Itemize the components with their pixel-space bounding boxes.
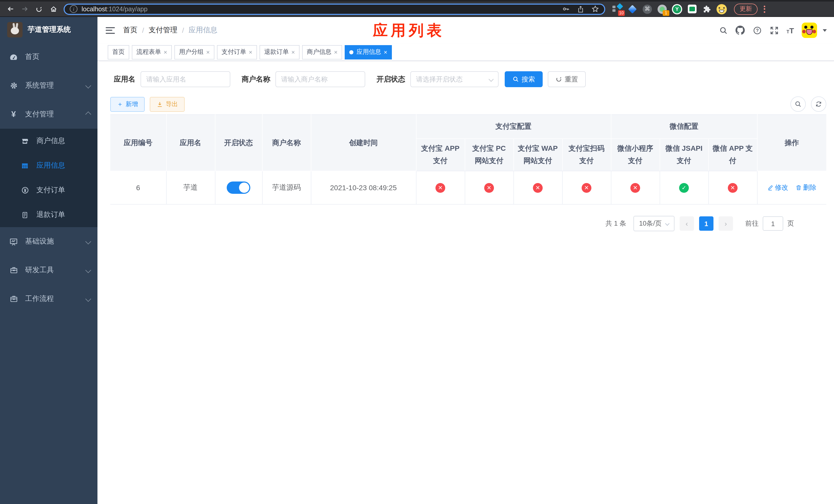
app-name-input[interactable] <box>140 71 230 87</box>
col-wechat-app: 微信 APP 支付 <box>708 139 757 171</box>
kite-extension-icon[interactable] <box>627 4 638 14</box>
sidebar-item-dev-tools[interactable]: 研发工具 <box>0 256 97 284</box>
app-table: 应用编号 应用名 开启状态 商户名称 创建时间 支付宝配置 微信配置 操作 支付… <box>110 114 826 205</box>
sidebar-item-pay-order[interactable]: 支付订单 <box>0 178 97 203</box>
font-size-icon[interactable]: TT <box>787 26 794 35</box>
svg-text:?: ? <box>756 28 759 33</box>
app-title: 芋道管理系统 <box>28 25 71 35</box>
tab-home[interactable]: 首页 <box>108 45 129 59</box>
page-size-select[interactable]: 10条/页 <box>633 216 675 231</box>
cell-alipay-qr: ✕ <box>562 171 611 204</box>
help-icon[interactable]: ? <box>753 26 762 35</box>
chevron-down-icon <box>488 77 494 82</box>
user-avatar[interactable] <box>802 23 817 38</box>
cell-wechat-app: ✕ <box>708 171 757 204</box>
col-group-alipay: 支付宝配置 <box>416 115 611 139</box>
toggle-search-button[interactable] <box>790 96 806 112</box>
add-button[interactable]: ＋ 新增 <box>110 97 145 112</box>
export-button[interactable]: 导出 <box>150 97 185 112</box>
prev-page-button[interactable]: ‹ <box>680 216 694 231</box>
close-icon[interactable]: × <box>334 49 337 55</box>
browser-back-icon[interactable] <box>4 3 16 15</box>
chat-extension-icon[interactable] <box>687 4 697 14</box>
recorder-extension-icon[interactable]: 1 <box>657 4 667 14</box>
password-key-icon[interactable] <box>562 5 570 13</box>
sidebar-item-refund-order[interactable]: 退款订单 <box>0 203 97 227</box>
sidebar-item-label: 应用信息 <box>37 161 65 170</box>
status-select[interactable]: 请选择开启状态 <box>410 71 499 87</box>
close-icon[interactable]: × <box>249 49 253 55</box>
tab-user-group[interactable]: 用户分组× <box>174 45 214 59</box>
goto-page-input[interactable] <box>763 216 783 231</box>
tab-app-info[interactable]: 应用信息× <box>345 45 392 59</box>
refresh-table-button[interactable] <box>811 96 826 112</box>
sidebar-item-merchant-info[interactable]: 商户信息 <box>0 129 97 153</box>
tab-pay-order[interactable]: 支付订单× <box>217 45 257 59</box>
app-logo[interactable]: 芋道管理系统 <box>0 17 97 43</box>
enabled-switch[interactable] <box>227 182 250 194</box>
browser-forward-icon[interactable] <box>19 3 31 15</box>
monitor-icon <box>9 237 18 246</box>
dashboard-icon <box>9 52 18 61</box>
site-info-icon[interactable]: i <box>70 5 78 13</box>
search-button[interactable]: 搜索 <box>505 71 543 87</box>
sidebar-item-label: 首页 <box>25 52 40 62</box>
col-alipay-pc: 支付宝 PC 网站支付 <box>465 139 513 171</box>
col-actions: 操作 <box>757 115 826 171</box>
sidebar-extension-icon[interactable]: 10 <box>612 4 623 14</box>
sidebar-item-workflow[interactable]: 工作流程 <box>0 284 97 313</box>
close-icon[interactable]: × <box>206 49 210 55</box>
briefcase-icon <box>9 295 18 303</box>
browser-reload-icon[interactable] <box>33 3 45 15</box>
browser-home-icon[interactable] <box>47 3 60 15</box>
sidebar-item-payment[interactable]: ¥ 支付管理 <box>0 100 97 129</box>
alipay-pc-status-icon: ✕ <box>484 183 494 192</box>
page-number-button[interactable]: 1 <box>699 216 714 231</box>
screen: i localhost:1024/pay/app 10 ⌘ <box>0 0 834 504</box>
close-icon[interactable]: × <box>384 49 387 55</box>
chrome-update-button[interactable]: 更新 <box>734 3 758 15</box>
edit-link[interactable]: 修改 <box>767 183 788 192</box>
breadcrumb-payment[interactable]: 支付管理 <box>149 26 177 35</box>
command-extension-icon[interactable]: ⌘ <box>642 4 653 14</box>
fullscreen-icon[interactable] <box>770 26 779 35</box>
trash-icon <box>795 185 802 191</box>
tab-process-form[interactable]: 流程表单× <box>132 45 172 59</box>
merchant-name-input[interactable] <box>276 71 365 87</box>
chrome-menu-icon[interactable] <box>764 5 765 13</box>
reset-button[interactable]: 重置 <box>548 71 586 87</box>
breadcrumb-home[interactable]: 首页 <box>123 26 137 35</box>
extensions-puzzle-icon[interactable] <box>702 4 712 14</box>
wechat-mini-status-icon: ✕ <box>630 183 640 192</box>
y-extension-icon[interactable]: Y <box>672 4 682 14</box>
search-icon[interactable] <box>719 26 728 35</box>
close-icon[interactable]: × <box>291 49 295 55</box>
share-icon[interactable] <box>577 5 584 13</box>
cell-alipay-app: ✕ <box>416 171 465 204</box>
sidebar-item-infrastructure[interactable]: 基础设施 <box>0 227 97 256</box>
col-merchant: 商户名称 <box>262 115 311 171</box>
tab-merchant-info[interactable]: 商户信息× <box>302 45 342 59</box>
tab-refund-order[interactable]: 退款订单× <box>260 45 300 59</box>
col-app-name: 应用名 <box>166 115 215 171</box>
extension-badge: 1 <box>663 10 670 16</box>
breadcrumb-current: 应用信息 <box>189 26 218 35</box>
page-unit-label: 页 <box>787 219 794 228</box>
sidebar-item-label: 研发工具 <box>25 266 54 275</box>
url-text: localhost:1024/pay/app <box>82 5 148 13</box>
github-icon[interactable] <box>736 26 745 35</box>
chevron-down-icon <box>85 296 91 302</box>
col-alipay-app: 支付宝 APP 支付 <box>416 139 465 171</box>
sidebar-toggle-icon[interactable] <box>106 27 115 33</box>
user-menu-caret-icon[interactable] <box>823 29 827 31</box>
delete-link[interactable]: 删除 <box>795 183 816 192</box>
sidebar-item-system[interactable]: 系统管理 <box>0 71 97 100</box>
sidebar-item-home[interactable]: 首页 <box>0 43 97 71</box>
col-alipay-wap: 支付宝 WAP 网站支付 <box>513 139 562 171</box>
next-page-button[interactable]: › <box>719 216 733 231</box>
address-bar[interactable]: i localhost:1024/pay/app <box>64 3 605 15</box>
profile-avatar-icon[interactable] <box>717 4 727 14</box>
bookmark-star-icon[interactable] <box>591 5 599 13</box>
sidebar-item-app-info[interactable]: 应用信息 <box>0 153 97 178</box>
close-icon[interactable]: × <box>163 49 167 55</box>
